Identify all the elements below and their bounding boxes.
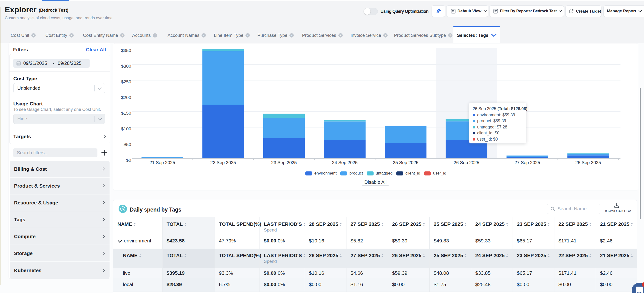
svg-text:$250: $250	[121, 79, 131, 84]
svg-text:27 Sep 2025: 27 Sep 2025	[514, 160, 540, 165]
svg-text:23 Sep 2025: 23 Sep 2025	[271, 160, 297, 165]
svg-text:26 Sep 2025: 26 Sep 2025	[454, 160, 479, 165]
svg-text:25 Sep 2025: 25 Sep 2025	[393, 160, 418, 165]
svg-text:24 Sep 2025: 24 Sep 2025	[332, 160, 358, 165]
svg-text:22 Sep 2025: 22 Sep 2025	[210, 160, 236, 165]
svg-text:28 Sep 2025: 28 Sep 2025	[575, 160, 601, 165]
svg-text:$350: $350	[121, 48, 131, 53]
svg-text:21 Sep 2025: 21 Sep 2025	[150, 160, 175, 165]
svg-text:$100: $100	[121, 126, 131, 131]
svg-text:$300: $300	[121, 64, 131, 69]
svg-text:$50: $50	[124, 142, 131, 147]
svg-text:$200: $200	[121, 95, 131, 100]
svg-text:$0: $0	[126, 158, 131, 163]
svg-text:$: $	[122, 207, 124, 211]
svg-text:$150: $150	[121, 111, 131, 116]
